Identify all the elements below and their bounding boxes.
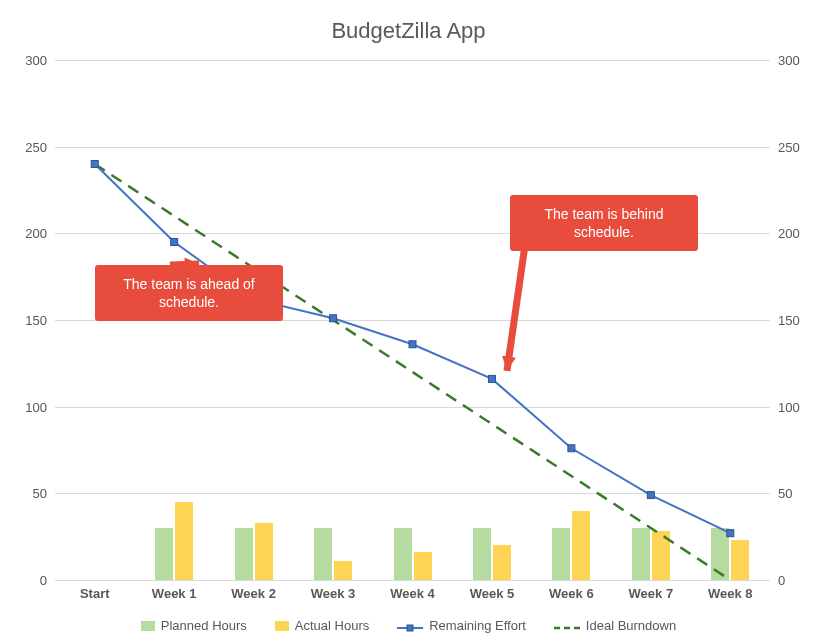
legend-item-remaining: Remaining Effort [397,618,526,633]
y-tick-left: 250 [25,139,55,154]
y-tick-right: 200 [770,226,800,241]
marker-remaining-effort [409,341,416,348]
legend-swatch-actual [275,621,289,631]
annotation-behind-text: The team is behind schedule. [544,206,663,240]
legend-swatch-remaining [397,621,423,631]
legend-label-remaining: Remaining Effort [429,618,526,633]
legend-item-actual: Actual Hours [275,618,369,633]
legend-swatch-ideal [554,621,580,631]
marker-remaining-effort [488,375,495,382]
y-tick-left: 300 [25,53,55,68]
marker-remaining-effort [330,315,337,322]
x-tick: Week 5 [470,580,515,601]
legend-label-ideal: Ideal Burndown [586,618,676,633]
y-tick-left: 0 [40,573,55,588]
marker-remaining-effort [91,161,98,168]
y-tick-right: 150 [770,313,800,328]
chart-container: BudgetZilla App The team is ahead of sch… [0,0,817,641]
legend: Planned Hours Actual Hours Remaining Eff… [0,618,817,633]
x-tick: Week 2 [231,580,276,601]
svg-line-2 [507,245,525,371]
x-tick: Start [80,580,110,601]
chart-title: BudgetZilla App [0,18,817,44]
x-tick: Week 1 [152,580,197,601]
marker-remaining-effort [171,239,178,246]
plot-area: The team is ahead of schedule. The team … [55,60,770,580]
annotation-behind: The team is behind schedule. [510,195,698,251]
legend-item-ideal: Ideal Burndown [554,618,676,633]
annotation-ahead-text: The team is ahead of schedule. [123,276,255,310]
marker-remaining-effort [568,445,575,452]
svg-rect-5 [407,625,413,631]
y-tick-right: 250 [770,139,800,154]
y-tick-right: 50 [770,486,792,501]
marker-remaining-effort [647,492,654,499]
y-tick-right: 100 [770,399,800,414]
marker-remaining-effort [727,530,734,537]
x-tick: Week 4 [390,580,435,601]
x-tick: Week 6 [549,580,594,601]
annotation-ahead: The team is ahead of schedule. [95,265,283,321]
legend-label-planned: Planned Hours [161,618,247,633]
y-tick-left: 50 [33,486,55,501]
y-tick-left: 100 [25,399,55,414]
y-tick-right: 300 [770,53,800,68]
x-tick: Week 8 [708,580,753,601]
legend-label-actual: Actual Hours [295,618,369,633]
y-tick-left: 150 [25,313,55,328]
legend-item-planned: Planned Hours [141,618,247,633]
y-tick-left: 200 [25,226,55,241]
legend-swatch-planned [141,621,155,631]
x-tick: Week 3 [311,580,356,601]
y-tick-right: 0 [770,573,785,588]
annotation-arrow [502,245,525,371]
x-tick: Week 7 [629,580,674,601]
